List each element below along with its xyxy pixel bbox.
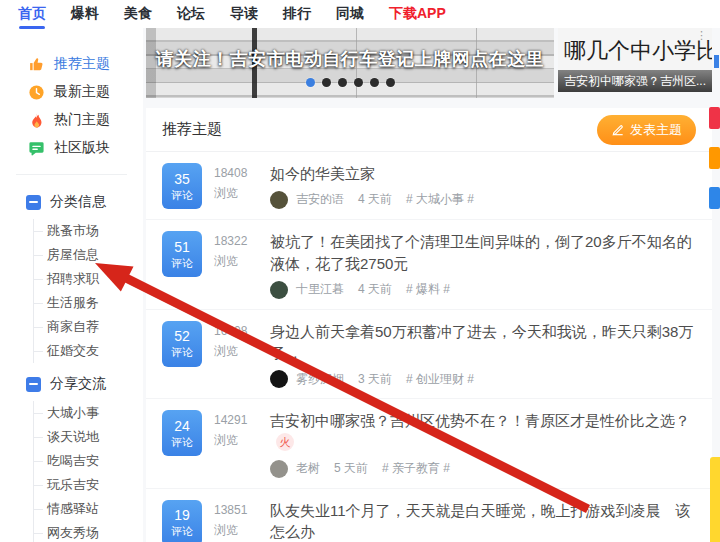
sidebar-item-emotions[interactable]: 情感驿站 [34, 497, 143, 521]
topic-time: 3 天前 [358, 371, 392, 388]
nav-item-digest[interactable]: 导读 [230, 5, 258, 23]
comment-count: 52 [174, 327, 190, 345]
sidebar-item-recommended[interactable]: 推荐主题 [0, 50, 143, 78]
views-block: 13851 浏览 [214, 500, 258, 542]
topic-time: 4 天前 [358, 191, 392, 208]
topic-title[interactable]: 被坑了！在美团找了个清理卫生间异味的，倒了20多斤不知名的液体，花了我2750元 [270, 231, 696, 275]
sidebar-item-latest[interactable]: 最新主题 [0, 78, 143, 106]
sidebar-item-flea-market[interactable]: 跳蚤市场 [34, 219, 143, 243]
post-topic-button[interactable]: 发表主题 [597, 115, 696, 145]
sidebar-item-play-jian[interactable]: 玩乐吉安 [34, 473, 143, 497]
sidebar-item-dating[interactable]: 征婚交友 [34, 339, 143, 363]
topic-tag[interactable]: # 爆料 # [406, 281, 450, 298]
topic-author[interactable]: 老树 [296, 460, 320, 477]
nav-item-forum[interactable]: 论坛 [177, 5, 205, 23]
nav-item-city[interactable]: 同城 [336, 5, 364, 23]
topic-meta: 吉安的语 4 天前 # 大城小事 # [270, 191, 696, 209]
page-body: 推荐主题 最新主题 热门主题 社区版块 分类信息 跳蚤市场 房屋信息 招聘求职 … [0, 28, 720, 542]
sidebar-group-label: 分类信息 [50, 193, 106, 211]
sidebar: 推荐主题 最新主题 热门主题 社区版块 分类信息 跳蚤市场 房屋信息 招聘求职 … [0, 28, 143, 542]
collapse-minus-icon[interactable] [26, 195, 41, 210]
avatar[interactable] [270, 370, 288, 388]
carousel-dot[interactable] [354, 78, 363, 87]
avatar[interactable] [270, 281, 288, 299]
nav-item-food[interactable]: 美食 [124, 5, 152, 23]
avatar[interactable] [270, 460, 288, 478]
topic-author[interactable]: 吉安的语 [296, 191, 344, 208]
float-marker-orange[interactable] [709, 147, 720, 169]
chat-icon [28, 140, 45, 157]
thumbs-up-icon [28, 56, 45, 73]
topic-tag[interactable]: # 创业理财 # [406, 371, 474, 388]
sidebar-item-label: 推荐主题 [54, 55, 110, 73]
nav-item-rank[interactable]: 排行 [283, 5, 311, 23]
topic-author[interactable]: 十里江暮 [296, 281, 344, 298]
sidebar-item-eat-jian[interactable]: 吃喝吉安 [34, 449, 143, 473]
topic-row: 35 评论 18408 浏览 如今的华美立家 吉安的语 4 天前 # 大城小事 … [146, 152, 712, 220]
sidebar-item-chitchat[interactable]: 谈天说地 [34, 425, 143, 449]
sidebar-item-housing[interactable]: 房屋信息 [34, 243, 143, 267]
view-count: 13851 [214, 503, 258, 517]
sidebar-item-boards[interactable]: 社区版块 [0, 134, 143, 162]
sidebar-item-merchant[interactable]: 商家自荐 [34, 315, 143, 339]
topic-row: 19 评论 13851 浏览 队友失业11个月了，天天就是白天睡觉，晚上打游戏到… [146, 489, 712, 542]
sidebar-group-share-list: 大城小事 谈天说地 吃喝吉安 玩乐吉安 情感驿站 网友秀场 家居装修 [33, 401, 143, 542]
post-topic-label: 发表主题 [630, 121, 682, 139]
avatar[interactable] [270, 191, 288, 209]
topic-meta: 老树 5 天前 # 亲子教育 # [270, 460, 696, 478]
side-banner[interactable]: 哪几个中小学比较好 吉安初中哪家强？吉州区... [558, 28, 712, 92]
section-title: 推荐主题 [162, 120, 222, 139]
comments-label: 评论 [171, 188, 193, 202]
carousel-dot[interactable] [338, 78, 347, 87]
pencil-icon [611, 123, 625, 137]
topic-title[interactable]: 如今的华美立家 [270, 163, 696, 185]
topic-tag[interactable]: # 大城小事 # [406, 191, 474, 208]
topic-title[interactable]: 队友失业11个月了，天天就是白天睡觉，晚上打游戏到凌晨 该怎么办 [270, 500, 696, 542]
comment-count-badge: 19 评论 [162, 500, 202, 542]
sidebar-item-label: 社区版块 [54, 139, 110, 157]
float-marker-tick[interactable] [714, 55, 719, 68]
flame-icon [28, 112, 45, 129]
download-app-link[interactable]: 下载APP [389, 5, 446, 23]
sidebar-item-label: 最新主题 [54, 83, 110, 101]
topic-row: 51 评论 18322 浏览 被坑了！在美团找了个清理卫生间异味的，倒了20多斤… [146, 220, 712, 310]
views-label: 浏览 [214, 185, 258, 202]
main-banner[interactable]: 请关注！吉安市电动自行车登记上牌网点在这里 [146, 28, 554, 98]
comment-count: 51 [174, 238, 190, 256]
topic-tag[interactable]: # 亲子教育 # [382, 460, 450, 477]
nav-item-home[interactable]: 首页 [18, 5, 46, 23]
views-block: 18408 浏览 [214, 163, 258, 209]
side-banner-title: 哪几个中小学比较好 [564, 36, 712, 66]
hot-fire-badge: 火 [276, 433, 294, 451]
views-block: 14291 浏览 [214, 410, 258, 478]
topic-title[interactable]: 身边人前天拿着50万积蓄冲了进去，今天和我说，昨天只剩38万了... [270, 321, 696, 365]
comment-count-badge: 24 评论 [162, 410, 202, 456]
carousel-dot[interactable] [386, 78, 395, 87]
sidebar-item-city-stories[interactable]: 大城小事 [34, 401, 143, 425]
float-marker-blue[interactable] [709, 187, 720, 209]
topic-meta: 雾纱沉烟 3 天前 # 创业理财 # [270, 370, 696, 388]
comment-count: 19 [174, 506, 190, 524]
sidebar-item-netizen-show[interactable]: 网友秀场 [34, 521, 143, 542]
topic-author[interactable]: 雾纱沉烟 [296, 371, 344, 388]
recommended-topics-card: 推荐主题 发表主题 35 评论 18408 浏览 如今的华美立家 [146, 108, 712, 542]
view-count: 18408 [214, 166, 258, 180]
sidebar-group-classified[interactable]: 分类信息 [0, 189, 143, 215]
float-marker-red[interactable] [709, 107, 720, 129]
carousel-dot[interactable] [306, 78, 315, 87]
nav-item-baoliao[interactable]: 爆料 [71, 5, 99, 23]
float-banner-yellow[interactable] [710, 457, 720, 542]
views-label: 浏览 [214, 343, 258, 360]
carousel-dot[interactable] [322, 78, 331, 87]
sidebar-item-label: 热门主题 [54, 111, 110, 129]
sidebar-item-jobs[interactable]: 招聘求职 [34, 267, 143, 291]
views-block: 16408 浏览 [214, 321, 258, 389]
carousel-dot[interactable] [370, 78, 379, 87]
topic-time: 4 天前 [358, 281, 392, 298]
sidebar-group-share[interactable]: 分享交流 [0, 371, 143, 397]
topic-title[interactable]: 吉安初中哪家强？吉州区优势不在？！青原区才是性价比之选？火 [270, 410, 696, 454]
banner-row: 请关注！吉安市电动自行车登记上牌网点在这里 哪几个中小学比较好 吉安初中哪家强？… [146, 28, 712, 98]
sidebar-item-life-services[interactable]: 生活服务 [34, 291, 143, 315]
collapse-minus-icon[interactable] [26, 377, 41, 392]
sidebar-item-hot[interactable]: 热门主题 [0, 106, 143, 134]
